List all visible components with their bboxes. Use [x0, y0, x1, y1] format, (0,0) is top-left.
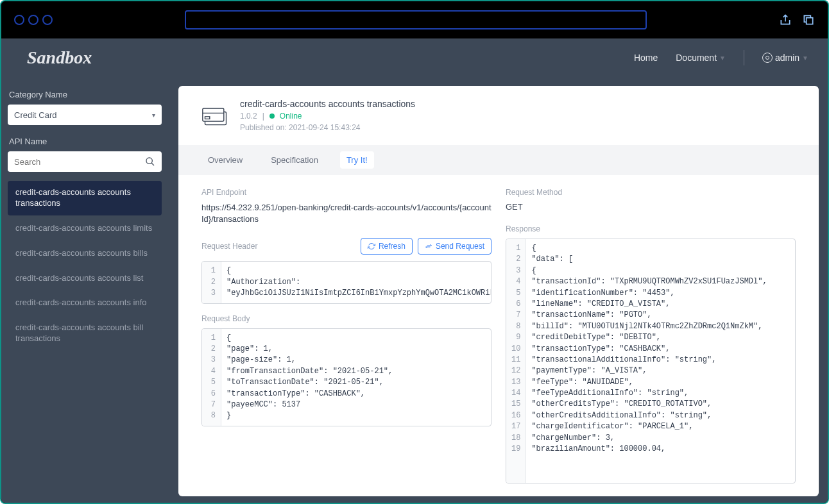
- left-column: API Endpoint https://54.232.9.251/open-b…: [201, 188, 491, 483]
- api-list-item[interactable]: credit-cards-accounts accounts info: [8, 291, 162, 315]
- sidebar: Category Name Credit Card ▾ API Name cre…: [1, 77, 168, 504]
- window-dot[interactable]: [14, 15, 24, 25]
- code-line: "eyJhbGciOiJSUzI1NiIsImtpZCI6InB1YmxpYzp…: [226, 288, 486, 299]
- nav-home[interactable]: Home: [634, 53, 658, 63]
- chevron-down-icon: ▼: [719, 55, 726, 62]
- window-controls: [14, 15, 53, 25]
- code-line: {: [531, 265, 790, 276]
- endpoint-label: API Endpoint: [201, 188, 491, 197]
- search-input[interactable]: [8, 151, 162, 172]
- code-line: "page-size": 1,: [226, 355, 486, 365]
- tab-try-it[interactable]: Try It!: [340, 151, 374, 169]
- code-line: "data": [: [531, 254, 790, 265]
- api-version: 1.0.2: [240, 112, 257, 121]
- request-body-label: Request Body: [201, 314, 491, 323]
- tab-specification[interactable]: Specification: [264, 151, 325, 169]
- tab-bar: Overview Specification Try It!: [178, 145, 819, 175]
- code-line: "paymentType": "A_VISTA",: [531, 365, 790, 376]
- chevron-down-icon: ▾: [152, 112, 155, 119]
- app-body: Category Name Credit Card ▾ API Name cre…: [1, 77, 828, 504]
- code-line: "chargeNumber": 3,: [531, 433, 790, 444]
- code-line: "transactionId": "TXpRMU9UQTROMWhZV2xSU1…: [531, 276, 790, 287]
- endpoint-value: https://54.232.9.251/open-banking/credit…: [201, 202, 491, 225]
- request-header-label: Request Header: [201, 242, 257, 251]
- request-body-box[interactable]: 12345678 { "page": 1, "page-size": 1, "f…: [201, 328, 491, 426]
- code-line: "billId": "MTU0OTU1Njl2NTk4OTRmc2ZhZDRmc…: [531, 321, 790, 332]
- code-line: "transactionType": "CASHBACK",: [226, 389, 486, 399]
- category-select[interactable]: Credit Card ▾: [8, 105, 162, 125]
- header-nav: Home Document ▼ admin ▼: [634, 50, 808, 65]
- code-line: {: [226, 333, 486, 344]
- refresh-icon: [368, 242, 375, 250]
- browser-titlebar: [1, 1, 828, 38]
- card-header: credit-cards-accounts accounts transacti…: [178, 86, 819, 145]
- code-line: "creditDebitType": "DEBITO",: [531, 332, 790, 343]
- code-line: "payeeMCC": 5137: [226, 399, 486, 410]
- code-line: "identificationNumber": "4453",: [531, 288, 790, 299]
- nav-divider: [744, 50, 744, 65]
- code-line: "transactionalAdditionalInfo": "string",: [531, 355, 790, 365]
- category-label: Category Name: [8, 90, 162, 99]
- code-line: "brazilianAmount": 100000.04,: [531, 444, 790, 455]
- window-dot[interactable]: [42, 15, 53, 25]
- api-list: credit-cards-accounts accounts transacti…: [8, 181, 162, 351]
- svg-rect-0: [807, 18, 813, 24]
- api-name-label: API Name: [8, 137, 162, 146]
- published-date: Published on: 2021-09-24 15:43:24: [240, 123, 360, 132]
- code-line: "Authorization":: [226, 277, 486, 288]
- send-icon: [425, 242, 432, 250]
- code-line: "page": 1,: [226, 344, 486, 355]
- code-line: "fromTransactionDate": "2021-05-21",: [226, 366, 486, 377]
- response-box[interactable]: 12345678910111213141516171819 { "data": …: [506, 239, 796, 483]
- app-header: Sandbox Home Document ▼ admin ▼: [1, 38, 828, 77]
- code-line: "otherCreditsAdditionalInfo": "string",: [531, 410, 790, 421]
- copy-icon[interactable]: [802, 13, 815, 26]
- svg-point-1: [146, 158, 152, 164]
- method-value: GET: [506, 202, 796, 212]
- card-body: API Endpoint https://54.232.9.251/open-b…: [178, 175, 819, 496]
- tab-overview[interactable]: Overview: [201, 151, 249, 169]
- code-line: "feeTypeAdditionalInfo": "string",: [531, 388, 790, 399]
- code-line: "transactionName": "PGTO",: [531, 310, 790, 321]
- api-title: credit-cards-accounts accounts transacti…: [240, 99, 415, 109]
- main-content: credit-cards-accounts accounts transacti…: [168, 77, 828, 504]
- chevron-down-icon: ▼: [802, 55, 808, 62]
- api-list-item[interactable]: credit-cards-accounts accounts transacti…: [8, 181, 162, 215]
- api-list-item[interactable]: credit-cards-accounts accounts limits: [8, 217, 162, 240]
- status-dot: [269, 113, 275, 119]
- response-label: Response: [506, 224, 796, 233]
- code-line: "otherCreditsType": "CREDITO_ROTATIVO",: [531, 399, 790, 410]
- code-line: "feeType": "ANUIDADE",: [531, 377, 790, 388]
- window-dot[interactable]: [28, 15, 38, 25]
- request-header-box[interactable]: 123 { "Authorization":"eyJhbGciOiJSUzI1N…: [201, 261, 491, 303]
- credit-card-icon: [201, 103, 230, 128]
- code-line: "transactionType": "CASHBACK",: [531, 344, 790, 355]
- api-list-item[interactable]: credit-cards-accounts accounts list: [8, 267, 162, 290]
- code-line: {: [226, 265, 486, 276]
- api-list-item[interactable]: credit-cards-accounts accounts bills: [8, 242, 162, 265]
- code-line: "chargeIdentificator": "PARCELA_1",: [531, 421, 790, 432]
- browser-frame: Sandbox Home Document ▼ admin ▼ Category…: [0, 0, 829, 504]
- user-icon: [762, 53, 773, 63]
- app-container: Sandbox Home Document ▼ admin ▼ Category…: [1, 38, 828, 504]
- code-line: }: [226, 410, 486, 421]
- right-column: Request Method GET Response 123456789101…: [506, 188, 796, 483]
- send-request-button[interactable]: Send Request: [418, 238, 491, 255]
- nav-user[interactable]: admin ▼: [762, 53, 808, 63]
- url-bar[interactable]: [185, 10, 647, 29]
- refresh-button[interactable]: Refresh: [361, 238, 413, 255]
- logo: Sandbox: [27, 47, 92, 68]
- code-line: "toTransactionDate": "2021-05-21",: [226, 377, 486, 388]
- code-line: {: [531, 243, 790, 254]
- method-label: Request Method: [506, 188, 796, 197]
- code-line: "lineName": "CREDITO_A_VISTA",: [531, 299, 790, 310]
- content-card: credit-cards-accounts accounts transacti…: [178, 86, 819, 496]
- nav-document[interactable]: Document ▼: [676, 53, 726, 63]
- api-list-item[interactable]: credit-cards-accounts accounts bill tran…: [8, 316, 162, 351]
- share-icon[interactable]: [779, 13, 792, 26]
- search-icon: [145, 156, 155, 167]
- status-text: Online: [280, 112, 302, 121]
